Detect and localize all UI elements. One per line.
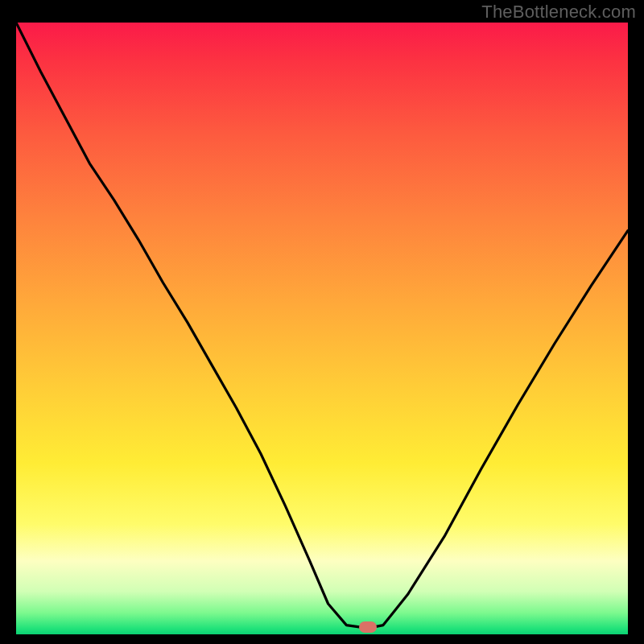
watermark-text: TheBottleneck.com (481, 2, 636, 23)
plot-area (16, 23, 628, 634)
optimal-marker (359, 621, 377, 633)
curve-svg (16, 23, 628, 634)
plot-frame (16, 23, 628, 634)
bottleneck-curve-path (16, 23, 628, 628)
